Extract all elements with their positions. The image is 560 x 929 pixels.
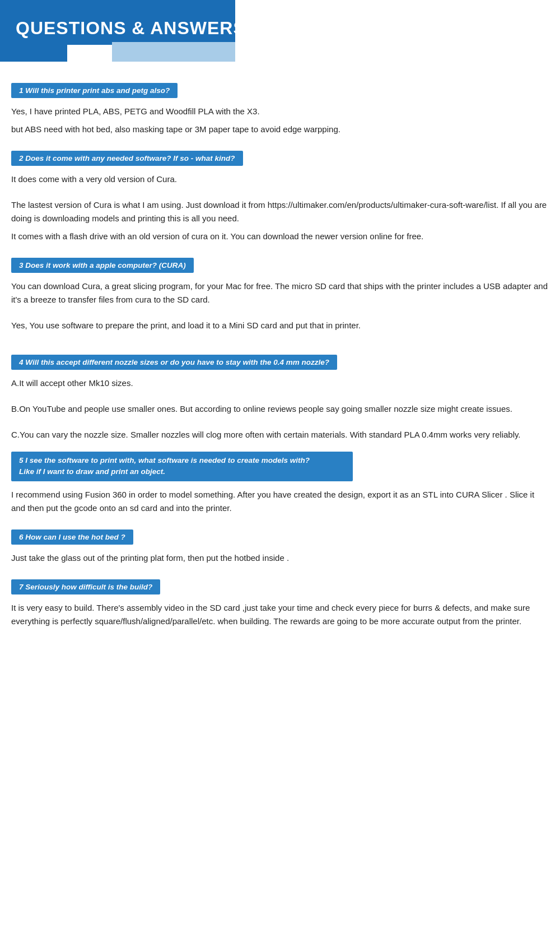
question-4-answers: A.It will accept other Mk10 sizes. B.On … [11, 377, 549, 442]
header: QUESTIONS & ANSWERS [0, 0, 560, 67]
q2-answer-3: The lastest version of Cura is what I am… [11, 198, 549, 225]
q3-answer-1: You can download Cura, a great slicing p… [11, 280, 549, 306]
q1-answer-1: Yes, I have printed PLA, ABS, PETG and W… [11, 105, 549, 118]
content-area: 1 Will this printer print abs and petg a… [0, 67, 560, 655]
q6-answer-1: Just take the glass out of the printing … [11, 551, 549, 565]
q7-answer-1: It is very easy to build. There's assemb… [11, 601, 549, 628]
question-7-answers: It is very easy to build. There's assemb… [11, 601, 549, 628]
question-5: 5 I see the software to print with, what… [11, 452, 549, 515]
question-5-label: 5 I see the software to print with, what… [11, 452, 353, 481]
question-6: 6 How can I use the hot bed ? Just take … [11, 519, 549, 565]
question-3-answers: You can download Cura, a great slicing p… [11, 280, 549, 332]
question-1: 1 Will this printer print abs and petg a… [11, 73, 549, 136]
question-1-answers: Yes, I have printed PLA, ABS, PETG and W… [11, 105, 549, 136]
q5-answer-1: I recommend using Fusion 360 in order to… [11, 488, 549, 515]
question-6-label: 6 How can I use the hot bed ? [11, 529, 133, 545]
q3-answer-2: Yes, You use software to prepare the pri… [11, 319, 549, 332]
page-title: QUESTIONS & ANSWERS [11, 10, 549, 39]
question-2-label: 2 Does it come with any needed software?… [11, 151, 243, 166]
q4-answer-3: C.You can vary the nozzle size. Smaller … [11, 428, 549, 442]
question-7-label: 7 Seriously how difficult is the build? [11, 579, 160, 594]
header-bg-light1 [0, 42, 67, 62]
question-3-label: 3 Does it work with a apple computer? (C… [11, 258, 194, 273]
q2-answer-4: It comes with a flash drive with an old … [11, 230, 549, 243]
question-4: 4 Will this accept different nozzle size… [11, 345, 549, 442]
q2-answer-1: It does come with a very old version of … [11, 173, 549, 186]
question-7: 7 Seriously how difficult is the build? … [11, 569, 549, 628]
q4-answer-2: B.On YouTube and people use smaller ones… [11, 402, 549, 416]
q1-answer-2: but ABS need with hot bed, also masking … [11, 123, 549, 136]
question-4-label: 4 Will this accept different nozzle size… [11, 355, 337, 370]
header-bg-light2 [112, 42, 235, 62]
q4-answer-1: A.It will accept other Mk10 sizes. [11, 377, 549, 390]
question-5-answers: I recommend using Fusion 360 in order to… [11, 488, 549, 515]
question-1-label: 1 Will this printer print abs and petg a… [11, 83, 178, 98]
question-6-answers: Just take the glass out of the printing … [11, 551, 549, 565]
question-3: 3 Does it work with a apple computer? (C… [11, 248, 549, 332]
question-2: 2 Does it come with any needed software?… [11, 141, 549, 243]
question-2-answers: It does come with a very old version of … [11, 173, 549, 243]
